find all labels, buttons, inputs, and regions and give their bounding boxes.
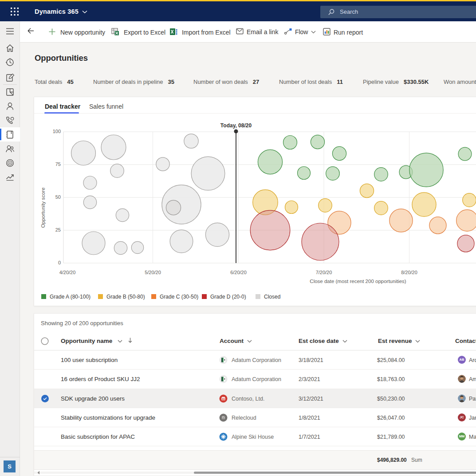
svg-text:Grade C (30-50): Grade C (30-50) bbox=[160, 294, 198, 300]
svg-text:6/20/20: 6/20/20 bbox=[230, 270, 247, 275]
svg-text:50: 50 bbox=[55, 194, 61, 200]
svg-text:25: 25 bbox=[55, 227, 61, 232]
svg-text:Closed: Closed bbox=[264, 294, 280, 300]
svg-text:Grade A (80-100): Grade A (80-100) bbox=[50, 294, 90, 300]
svg-text:Grade B (50-80): Grade B (50-80) bbox=[106, 294, 145, 300]
svg-text:100: 100 bbox=[53, 129, 61, 134]
svg-text:Opportunity score: Opportunity score bbox=[40, 188, 46, 228]
svg-text:7/20/20: 7/20/20 bbox=[316, 270, 332, 275]
svg-text:Close date (most recent 200 op: Close date (most recent 200 opportunitie… bbox=[310, 279, 406, 284]
svg-text:0: 0 bbox=[58, 260, 61, 265]
svg-text:5/20/20: 5/20/20 bbox=[145, 270, 161, 275]
svg-text:8/20/20: 8/20/20 bbox=[401, 270, 417, 275]
svg-text:75: 75 bbox=[55, 161, 61, 167]
svg-text:Grade D (20-0): Grade D (20-0) bbox=[210, 294, 246, 300]
svg-text:4/20/20: 4/20/20 bbox=[59, 270, 76, 275]
svg-text:Today, 08/20: Today, 08/20 bbox=[220, 122, 252, 129]
